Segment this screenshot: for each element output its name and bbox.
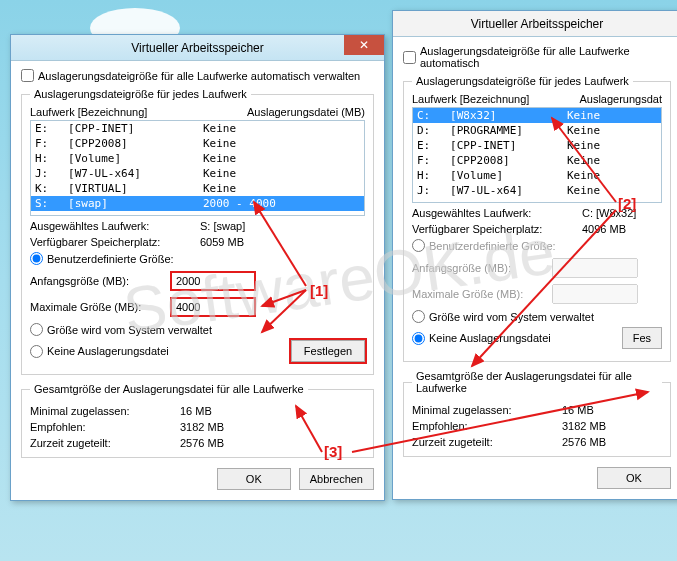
col-pagefile: Auslagerungsdat <box>579 93 662 105</box>
max-size-input[interactable] <box>170 297 256 317</box>
drive-list[interactable]: E: [CPP-INET]KeineF: [CPP2008]KeineH: [V… <box>30 120 365 216</box>
per-drive-legend: Auslagerungsdateigröße für jedes Laufwer… <box>30 88 251 100</box>
selected-drive-label: Ausgewähltes Laufwerk: <box>30 220 200 232</box>
drive-row[interactable]: F: [CPP2008]Keine <box>31 136 364 151</box>
drive-row[interactable]: K: [VIRTUAL]Keine <box>31 181 364 196</box>
per-drive-group: Auslagerungsdateigröße für jedes Laufwer… <box>21 88 374 375</box>
free-space-label: Verfügbarer Speicherplatz: <box>412 223 582 235</box>
initial-size-label: Anfangsgröße (MB): <box>30 275 160 287</box>
radio-custom-size[interactable] <box>30 252 43 265</box>
selected-drive-value: C: [W8x32] <box>582 207 636 219</box>
free-space-value: 4096 MB <box>582 223 626 235</box>
initial-size-input <box>552 258 638 278</box>
ok-button[interactable]: OK <box>217 468 291 490</box>
auto-manage-label: Auslagerungsdateigröße für alle Laufwerk… <box>420 45 671 69</box>
free-space-label: Verfügbarer Speicherplatz: <box>30 236 200 248</box>
radio-none-label: Keine Auslagerungsdatei <box>429 332 551 344</box>
selected-drive-label: Ausgewähltes Laufwerk: <box>412 207 582 219</box>
totals-group: Gesamtgröße der Auslagerungsdatei für al… <box>21 383 374 458</box>
dialog-title: Virtueller Arbeitsspeicher <box>471 17 604 31</box>
min-value: 16 MB <box>562 404 594 416</box>
per-drive-group: Auslagerungsdateigröße für jedes Laufwer… <box>403 75 671 362</box>
radio-system-managed[interactable] <box>412 310 425 323</box>
min-label: Minimal zugelassen: <box>30 405 180 417</box>
drive-row[interactable]: J: [W7-UL-x64]Keine <box>413 183 661 198</box>
rec-value: 3182 MB <box>562 420 606 432</box>
drive-row[interactable]: J: [W7-UL-x64]Keine <box>31 166 364 181</box>
totals-legend: Gesamtgröße der Auslagerungsdatei für al… <box>30 383 308 395</box>
virtual-memory-dialog-left: Virtueller Arbeitsspeicher ✕ Auslagerung… <box>10 34 385 501</box>
cancel-button[interactable]: Abbrechen <box>299 468 374 490</box>
min-value: 16 MB <box>180 405 212 417</box>
min-label: Minimal zugelassen: <box>412 404 562 416</box>
free-space-value: 6059 MB <box>200 236 244 248</box>
cur-value: 2576 MB <box>180 437 224 449</box>
radio-system-managed[interactable] <box>30 323 43 336</box>
virtual-memory-dialog-right: Virtueller Arbeitsspeicher Auslagerungsd… <box>392 10 677 500</box>
radio-none-label: Keine Auslagerungsdatei <box>47 345 169 357</box>
radio-custom-label: Benutzerdefinierte Größe: <box>47 253 174 265</box>
drive-row[interactable]: S: [swap]2000 - 4000 <box>31 196 364 211</box>
radio-custom-label: Benutzerdefinierte Größe: <box>429 240 556 252</box>
drive-list[interactable]: C: [W8x32]KeineD: [PROGRAMME]KeineE: [CP… <box>412 107 662 203</box>
col-pagefile: Auslagerungsdatei (MB) <box>247 106 365 118</box>
initial-size-label: Anfangsgröße (MB): <box>412 262 542 274</box>
cur-label: Zurzeit zugeteilt: <box>412 436 562 448</box>
radio-system-label: Größe wird vom System verwaltet <box>429 311 594 323</box>
radio-no-pagefile[interactable] <box>30 345 43 358</box>
close-icon: ✕ <box>359 38 369 52</box>
radio-no-pagefile[interactable] <box>412 332 425 345</box>
drive-row[interactable]: C: [W8x32]Keine <box>413 108 661 123</box>
rec-value: 3182 MB <box>180 421 224 433</box>
titlebar[interactable]: Virtueller Arbeitsspeicher <box>393 11 677 37</box>
auto-manage-checkbox[interactable] <box>21 69 34 82</box>
titlebar[interactable]: Virtueller Arbeitsspeicher ✕ <box>11 35 384 61</box>
max-size-input <box>552 284 638 304</box>
totals-legend: Gesamtgröße der Auslagerungsdatei für al… <box>412 370 662 394</box>
drive-row[interactable]: D: [PROGRAMME]Keine <box>413 123 661 138</box>
per-drive-legend: Auslagerungsdateigröße für jedes Laufwer… <box>412 75 633 87</box>
set-button[interactable]: Festlegen <box>291 340 365 362</box>
totals-group: Gesamtgröße der Auslagerungsdatei für al… <box>403 370 671 457</box>
auto-manage-label: Auslagerungsdateigröße für alle Laufwerk… <box>38 70 360 82</box>
set-button[interactable]: Fes <box>622 327 662 349</box>
drive-row[interactable]: F: [CPP2008]Keine <box>413 153 661 168</box>
max-size-label: Maximale Größe (MB): <box>412 288 542 300</box>
drive-row[interactable]: H: [Volume]Keine <box>31 151 364 166</box>
selected-drive-value: S: [swap] <box>200 220 245 232</box>
cur-value: 2576 MB <box>562 436 606 448</box>
auto-manage-checkbox[interactable] <box>403 51 416 64</box>
rec-label: Empfohlen: <box>30 421 180 433</box>
dialog-title: Virtueller Arbeitsspeicher <box>131 41 264 55</box>
radio-system-label: Größe wird vom System verwaltet <box>47 324 212 336</box>
ok-button[interactable]: OK <box>597 467 671 489</box>
cur-label: Zurzeit zugeteilt: <box>30 437 180 449</box>
col-drive: Laufwerk [Bezeichnung] <box>30 106 147 118</box>
initial-size-input[interactable] <box>170 271 256 291</box>
radio-custom-size[interactable] <box>412 239 425 252</box>
rec-label: Empfohlen: <box>412 420 562 432</box>
drive-row[interactable]: H: [Volume]Keine <box>413 168 661 183</box>
close-button[interactable]: ✕ <box>344 35 384 55</box>
drive-row[interactable]: E: [CPP-INET]Keine <box>413 138 661 153</box>
max-size-label: Maximale Größe (MB): <box>30 301 160 313</box>
col-drive: Laufwerk [Bezeichnung] <box>412 93 529 105</box>
drive-row[interactable]: E: [CPP-INET]Keine <box>31 121 364 136</box>
